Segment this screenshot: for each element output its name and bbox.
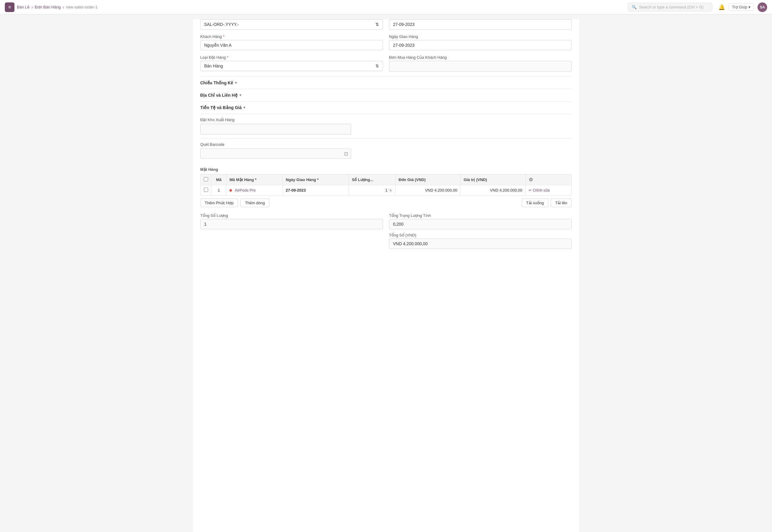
chevron-down-icon: ▾	[243, 105, 245, 110]
row-checkbox[interactable]	[204, 188, 208, 192]
tong-trong-luong-label: Tổng Trọng Lượng Tính	[389, 213, 572, 218]
dat-kho-section: Đặt Kho Xuất Hàng	[200, 114, 572, 138]
totals-left: Tổng Số Lượng 1	[200, 213, 383, 252]
ngay-giao-hang-label: Ngày Giao Hàng	[389, 34, 572, 39]
product-name-link[interactable]: AirPods Pro	[235, 188, 256, 192]
don-mua-hang-label: Đơn Mua Hàng Của Khách Hàng	[389, 55, 572, 60]
chevron-up-down-icon: ⇅	[375, 64, 379, 68]
app-logo[interactable]: ≡	[5, 2, 14, 12]
ngay-giao-hang-input[interactable]	[389, 40, 572, 50]
barcode-input[interactable]	[200, 149, 351, 159]
search-icon: 🔍	[632, 5, 637, 9]
table-settings-icon[interactable]: ⚙	[529, 177, 533, 182]
table-row: 1 AirPods Pro 27-09-2023 1 🖱 VND 4.200.0…	[201, 185, 572, 196]
tong-so-label: Tổng Số (VND)	[389, 233, 572, 237]
loai-dat-hang-label: Loại Đặt Hàng *	[200, 55, 383, 60]
totals-right: Tổng Trọng Lượng Tính 0,200 Tổng Số (VND…	[389, 213, 572, 252]
quet-barcode-label: Quét Barcode	[200, 142, 572, 147]
tai-len-button[interactable]: Tải lên	[551, 199, 572, 207]
table-actions-right: Tải xuống Tải lên	[522, 199, 572, 207]
help-button[interactable]: Trợ Giúp ▾	[729, 3, 754, 11]
tong-so-luong-value: 1	[200, 219, 383, 229]
row-date-cell: 27-09-2023	[283, 185, 349, 196]
col-don-gia: Đơn Giá (VND)	[395, 174, 460, 185]
dat-kho-input[interactable]	[200, 124, 351, 135]
totals-section: Tổng Số Lượng 1 Tổng Trọng Lượng Tính 0,…	[200, 213, 572, 252]
chevron-down-icon: ▾	[240, 93, 241, 97]
loai-dat-hang-group: Loại Đặt Hàng * Bán Hàng ⇅	[200, 55, 383, 72]
table-actions: Thêm Phức Hợp Thêm dòng Tải xuống Tải lê…	[200, 199, 572, 207]
product-table: Mã Mã Mặt Hàng * Ngày Giao Hàng * Số Lượ…	[200, 174, 572, 196]
tai-xuong-button[interactable]: Tải xuống	[522, 199, 548, 207]
mat-hang-label: Mặt Hàng	[200, 167, 572, 172]
order-date-group	[389, 19, 572, 30]
row-ma-cell: 1	[212, 185, 227, 196]
khach-hang-label: Khách Hàng *	[200, 34, 383, 39]
barcode-input-wrap: ⊡	[200, 149, 351, 159]
dat-kho-label: Đặt Kho Xuất Hàng	[200, 117, 572, 122]
order-id-field[interactable]: SAL-ORD-.YYYY.- ⇅	[200, 19, 383, 30]
row-price-cell: VND 4.200.000,00	[395, 185, 460, 196]
col-ma: Mã	[212, 174, 227, 185]
row-product-cell: AirPods Pro	[227, 185, 283, 196]
section-chieu-thong-ke[interactable]: Chiều Thống Kê ▾	[200, 77, 572, 89]
breadcrumb-ban-le[interactable]: Bán Lẻ	[17, 5, 30, 9]
col-ma-mat-hang: Mã Mặt Hàng *	[227, 174, 283, 185]
them-phuc-hop-button[interactable]: Thêm Phức Hợp	[200, 199, 238, 207]
topnav-actions: 🔔 Trợ Giúp ▾ SA	[718, 2, 767, 12]
col-gia-tri: Giá trị (VND)	[460, 174, 526, 185]
spinner-icon: ⇅	[375, 22, 379, 27]
khach-hang-input[interactable]	[200, 40, 383, 50]
col-ngay-giao-hang: Ngày Giao Hàng *	[283, 174, 349, 185]
chevron-down-icon: ▾	[748, 5, 751, 9]
barcode-scan-icon: ⊡	[344, 151, 348, 157]
row-qty-cell: 1 🖱	[349, 185, 395, 196]
topnav: ≡ Bán Lẻ › Đơn Bán Hàng › new-sales-orde…	[0, 0, 772, 14]
select-all-checkbox[interactable]	[204, 177, 208, 181]
search-bar[interactable]: 🔍 Search or type a command (Ctrl + G)	[628, 3, 712, 11]
help-label: Trợ Giúp	[732, 5, 747, 9]
breadcrumb-don-ban-hang[interactable]: Đơn Bán Hàng	[35, 5, 61, 9]
breadcrumb-order-id: new-sales-order-1	[66, 5, 98, 9]
loai-dat-hang-select[interactable]: Bán Hàng ⇅	[200, 61, 383, 71]
row-total-cell: VND 4.200.000,00	[460, 185, 526, 196]
don-mua-hang-input[interactable]	[389, 61, 572, 72]
col-settings: ⚙	[526, 174, 572, 185]
tong-trong-luong-value: 0,200	[389, 219, 572, 229]
tong-so-luong-row: Tổng Số Lượng 1	[200, 213, 383, 229]
breadcrumb: Bán Lẻ › Đơn Bán Hàng › new-sales-order-…	[17, 5, 97, 10]
tong-so-value: VND 4.200.000,00	[389, 239, 572, 249]
search-placeholder: Search or type a command (Ctrl + G)	[639, 5, 704, 9]
order-id-row: SAL-ORD-.YYYY.- ⇅	[200, 19, 572, 30]
order-type-row: Loại Đặt Hàng * Bán Hàng ⇅ Đơn Mua Hàng …	[200, 55, 572, 72]
ngay-giao-hang-group: Ngày Giao Hàng	[389, 34, 572, 50]
col-so-luong: Số Lượng...	[349, 174, 395, 185]
cursor-icon: 🖱	[389, 188, 392, 192]
chevron-down-icon: ▾	[235, 81, 237, 85]
order-id-group: SAL-ORD-.YYYY.- ⇅	[200, 19, 383, 30]
quet-barcode-section: Quét Barcode ⊡	[200, 138, 572, 162]
product-status-dot	[230, 189, 232, 192]
customer-row: Khách Hàng * Ngày Giao Hàng	[200, 34, 572, 50]
them-dong-button[interactable]: Thêm dòng	[240, 199, 269, 207]
don-mua-hang-group: Đơn Mua Hàng Của Khách Hàng	[389, 55, 572, 72]
section-tien-te[interactable]: Tiền Tệ và Bảng Giá ▾	[200, 101, 572, 114]
edit-icon: ✏	[529, 188, 532, 192]
tong-so-row: Tổng Số (VND) VND 4.200.000,00	[389, 233, 572, 249]
section-dia-chi[interactable]: Địa Chỉ và Liên Hệ ▾	[200, 89, 572, 101]
col-checkbox	[201, 174, 212, 185]
row-checkbox-cell	[201, 185, 212, 196]
tong-so-luong-label: Tổng Số Lượng	[200, 213, 383, 218]
main-content: SAL-ORD-.YYYY.- ⇅ Khách Hàng * Ngày Giao…	[193, 19, 579, 532]
avatar[interactable]: SA	[758, 2, 767, 12]
notification-bell-icon[interactable]: 🔔	[718, 4, 725, 11]
edit-button[interactable]: ✏ Chỉnh sửa	[529, 188, 568, 192]
khach-hang-group: Khách Hàng *	[200, 34, 383, 50]
order-date-field[interactable]	[389, 19, 572, 30]
row-action-cell: ✏ Chỉnh sửa	[526, 185, 572, 196]
tong-trong-luong-row: Tổng Trọng Lượng Tính 0,200	[389, 213, 572, 229]
row-date: 27-09-2023	[286, 188, 306, 192]
